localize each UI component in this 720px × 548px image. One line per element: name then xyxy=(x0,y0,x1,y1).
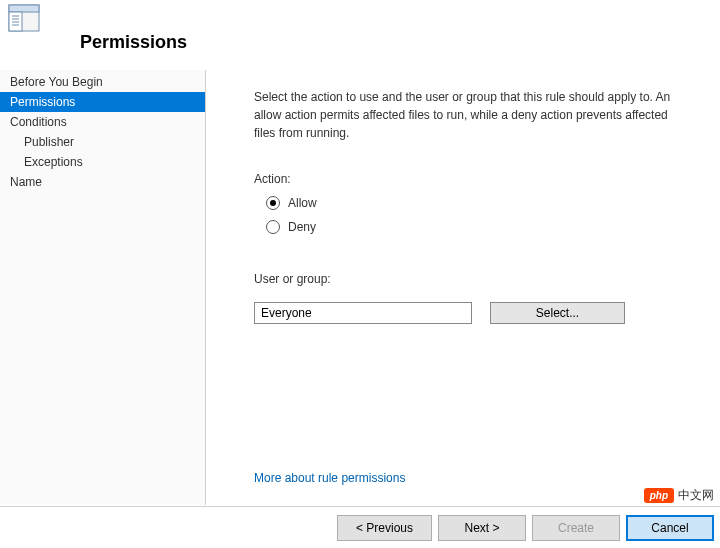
footer: < Previous Next > Create Cancel xyxy=(0,506,720,548)
page-title: Permissions xyxy=(80,32,187,53)
radio-allow-circle xyxy=(266,196,280,210)
radio-deny-label: Deny xyxy=(288,220,316,234)
nav-before-you-begin[interactable]: Before You Begin xyxy=(0,72,205,92)
radio-deny[interactable]: Deny xyxy=(266,220,686,234)
content-panel: Select the action to use and the user or… xyxy=(206,70,720,505)
description-text: Select the action to use and the user or… xyxy=(254,88,686,142)
nav-permissions[interactable]: Permissions xyxy=(0,92,205,112)
next-button[interactable]: Next > xyxy=(438,515,526,541)
main-area: Before You Begin Permissions Conditions … xyxy=(0,70,720,505)
action-radio-group: Allow Deny xyxy=(266,196,686,244)
watermark-badge: php xyxy=(644,488,674,503)
user-group-label: User or group: xyxy=(254,272,686,286)
user-group-input[interactable] xyxy=(254,302,472,324)
radio-allow[interactable]: Allow xyxy=(266,196,686,210)
watermark-text: 中文网 xyxy=(678,487,714,504)
select-button[interactable]: Select... xyxy=(490,302,625,324)
nav-publisher[interactable]: Publisher xyxy=(0,132,205,152)
header: Permissions xyxy=(0,0,720,70)
app-icon xyxy=(8,4,40,32)
nav-conditions[interactable]: Conditions xyxy=(0,112,205,132)
watermark: php 中文网 xyxy=(644,487,714,504)
action-label: Action: xyxy=(254,172,686,186)
create-button[interactable]: Create xyxy=(532,515,620,541)
sidebar: Before You Begin Permissions Conditions … xyxy=(0,70,206,505)
user-group-row: Select... xyxy=(254,302,686,324)
radio-deny-circle xyxy=(266,220,280,234)
previous-button[interactable]: < Previous xyxy=(337,515,432,541)
nav-exceptions[interactable]: Exceptions xyxy=(0,152,205,172)
radio-allow-label: Allow xyxy=(288,196,317,210)
svg-rect-1 xyxy=(9,5,39,12)
nav-name[interactable]: Name xyxy=(0,172,205,192)
more-about-link[interactable]: More about rule permissions xyxy=(254,471,686,485)
cancel-button[interactable]: Cancel xyxy=(626,515,714,541)
